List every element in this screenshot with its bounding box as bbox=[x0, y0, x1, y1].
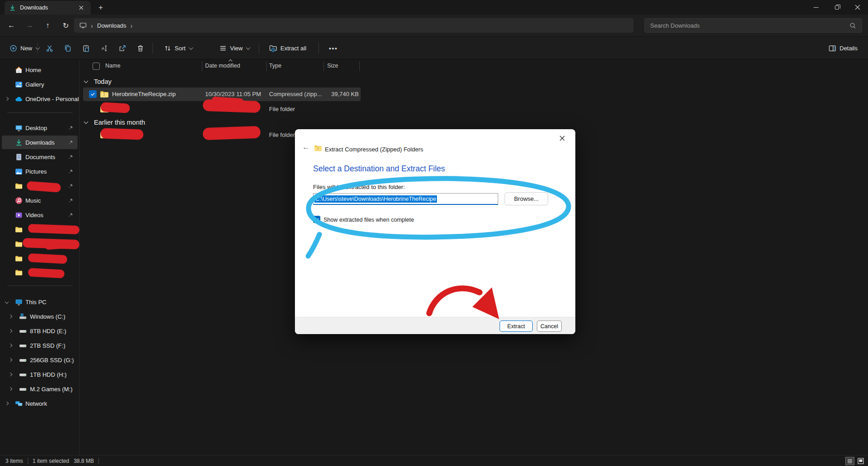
view-icon bbox=[219, 44, 227, 52]
group-header-earlier-this-month[interactable]: Earlier this month bbox=[80, 117, 145, 128]
drive-icon bbox=[19, 342, 27, 350]
tab-close-icon[interactable] bbox=[76, 3, 86, 13]
file-row-zip[interactable]: HerobrineTheRecipe.zip 10/30/2023 11:05 … bbox=[83, 87, 361, 101]
download-icon bbox=[9, 5, 16, 11]
browse-button[interactable]: Browse... bbox=[505, 192, 548, 205]
column-size[interactable]: Size bbox=[327, 63, 338, 69]
title-bar: Downloads + bbox=[0, 0, 868, 15]
sort-button[interactable]: Sort bbox=[160, 40, 196, 56]
show-files-checkbox-label[interactable]: Show extracted files when complete bbox=[324, 217, 414, 223]
sidebar-item-home[interactable]: Home bbox=[2, 63, 78, 77]
row-checkbox-checked[interactable] bbox=[89, 90, 97, 98]
sidebar-item-documents[interactable]: Documents bbox=[2, 150, 78, 164]
refresh-button[interactable]: ↻ bbox=[58, 19, 74, 32]
desktop-icon bbox=[15, 124, 23, 132]
selection-size: 38.8 MB bbox=[74, 458, 94, 464]
details-pane-button[interactable]: Details bbox=[824, 40, 862, 56]
sidebar-item-folder-redacted[interactable] bbox=[2, 223, 78, 236]
dialog-close-icon[interactable] bbox=[554, 132, 570, 145]
column-type[interactable]: Type bbox=[269, 63, 281, 69]
sidebar-item-desktop[interactable]: Desktop bbox=[2, 121, 78, 135]
details-view-toggle[interactable] bbox=[845, 457, 854, 465]
rename-button[interactable]: A bbox=[96, 40, 112, 56]
extract-all-button[interactable]: Extract all bbox=[265, 40, 310, 56]
drive-icon bbox=[19, 371, 27, 379]
file-row-folder-redacted[interactable]: File folder bbox=[83, 102, 361, 116]
back-button[interactable]: ← bbox=[4, 19, 19, 32]
sidebar-item-drive-g[interactable]: 256GB SSD (G:) bbox=[2, 353, 78, 367]
selection-count: 1 item selected bbox=[33, 458, 69, 464]
sidebar-item-this-pc[interactable]: This PC bbox=[2, 295, 78, 309]
sidebar-item-network[interactable]: Network bbox=[2, 397, 78, 410]
status-bar: 3 items 1 item selected 38.8 MB bbox=[0, 455, 868, 466]
drive-icon bbox=[19, 356, 27, 364]
sidebar-item-videos[interactable]: Videos bbox=[2, 208, 78, 222]
zip-folder-icon bbox=[100, 90, 109, 99]
close-button[interactable] bbox=[847, 0, 868, 15]
more-options-button[interactable]: ••• bbox=[325, 40, 342, 56]
chevron-right-icon bbox=[9, 358, 12, 362]
show-files-checkbox[interactable] bbox=[313, 216, 320, 223]
sidebar-item-folder-redacted[interactable] bbox=[2, 266, 78, 279]
search-input[interactable]: Search Downloads bbox=[644, 18, 862, 33]
sidebar-item-folder-redacted[interactable] bbox=[2, 179, 78, 193]
extract-all-label: Extract all bbox=[280, 45, 306, 52]
share-button[interactable] bbox=[114, 40, 130, 56]
navigation-bar: ← → ↑ ↻ › Downloads › Search Downloads bbox=[0, 15, 868, 36]
delete-button[interactable] bbox=[132, 40, 148, 56]
dialog-heading: Select a Destination and Extract Files bbox=[313, 164, 445, 174]
sidebar-item-music[interactable]: Music bbox=[2, 194, 78, 207]
copy-button[interactable] bbox=[60, 40, 76, 56]
documents-icon bbox=[15, 153, 23, 161]
view-label: View bbox=[230, 45, 243, 52]
downloads-icon bbox=[15, 139, 23, 146]
sidebar-item-drive-f[interactable]: 2TB SSD (F:) bbox=[2, 339, 78, 352]
extract-all-icon bbox=[269, 44, 277, 52]
folder-icon bbox=[100, 131, 109, 140]
zip-folder-icon bbox=[314, 144, 322, 152]
paste-button[interactable] bbox=[78, 40, 94, 56]
sidebar-item-drive-h[interactable]: 1TB HDD (H:) bbox=[2, 368, 78, 381]
sidebar-item-drive-m[interactable]: M.2 Games (M:) bbox=[2, 382, 78, 396]
sidebar-item-drive-c[interactable]: Windows (C:) bbox=[2, 310, 78, 323]
sidebar-item-folder-redacted[interactable] bbox=[2, 237, 78, 251]
folder-icon bbox=[15, 182, 23, 190]
chevron-down-icon bbox=[5, 300, 9, 304]
destination-field-label: Files will be extracted to this folder: bbox=[313, 184, 405, 190]
folder-icon bbox=[15, 226, 23, 233]
sidebar-item-pictures[interactable]: Pictures bbox=[2, 165, 78, 178]
sidebar-item-folder-redacted[interactable] bbox=[2, 252, 78, 265]
pin-icon bbox=[68, 169, 74, 174]
breadcrumb-item-downloads[interactable]: Downloads bbox=[97, 22, 126, 29]
column-date-modified[interactable]: Date modified bbox=[205, 63, 240, 69]
sidebar-item-drive-e[interactable]: 8TB HDD (E:) bbox=[2, 324, 78, 338]
new-tab-button[interactable]: + bbox=[94, 2, 107, 14]
forward-button[interactable]: → bbox=[22, 19, 37, 32]
this-pc-icon bbox=[79, 22, 87, 29]
view-button[interactable]: View bbox=[215, 40, 253, 56]
up-button[interactable]: ↑ bbox=[40, 19, 55, 32]
select-all-checkbox[interactable] bbox=[93, 63, 100, 70]
tab-downloads[interactable]: Downloads bbox=[5, 1, 91, 15]
destination-path-input[interactable]: C:\Users\steve\Downloads\HerobrineTheRec… bbox=[313, 193, 498, 205]
dialog-back-icon[interactable]: ← bbox=[302, 143, 310, 152]
group-header-today[interactable]: Today bbox=[80, 76, 112, 87]
sidebar-item-downloads[interactable]: Downloads bbox=[2, 136, 78, 149]
cut-button[interactable] bbox=[42, 40, 58, 56]
this-pc-icon bbox=[15, 298, 23, 306]
svg-text:A: A bbox=[102, 46, 105, 51]
command-toolbar: New A Sort View bbox=[0, 36, 868, 59]
chevron-down-icon bbox=[189, 45, 193, 50]
minimize-button[interactable] bbox=[805, 0, 826, 15]
sidebar-item-gallery[interactable]: Gallery bbox=[2, 78, 78, 91]
restore-button[interactable] bbox=[826, 0, 847, 15]
chevron-right-icon bbox=[5, 402, 9, 405]
cancel-button[interactable]: Cancel bbox=[537, 320, 562, 332]
large-icons-view-toggle[interactable] bbox=[856, 457, 865, 465]
extract-button[interactable]: Extract bbox=[500, 320, 533, 332]
breadcrumb-chevron-icon: › bbox=[91, 22, 93, 29]
column-name[interactable]: Name bbox=[105, 63, 120, 69]
share-icon bbox=[118, 44, 126, 52]
breadcrumb[interactable]: › Downloads › bbox=[74, 18, 633, 33]
sidebar-item-onedrive[interactable]: OneDrive - Personal bbox=[2, 92, 78, 106]
